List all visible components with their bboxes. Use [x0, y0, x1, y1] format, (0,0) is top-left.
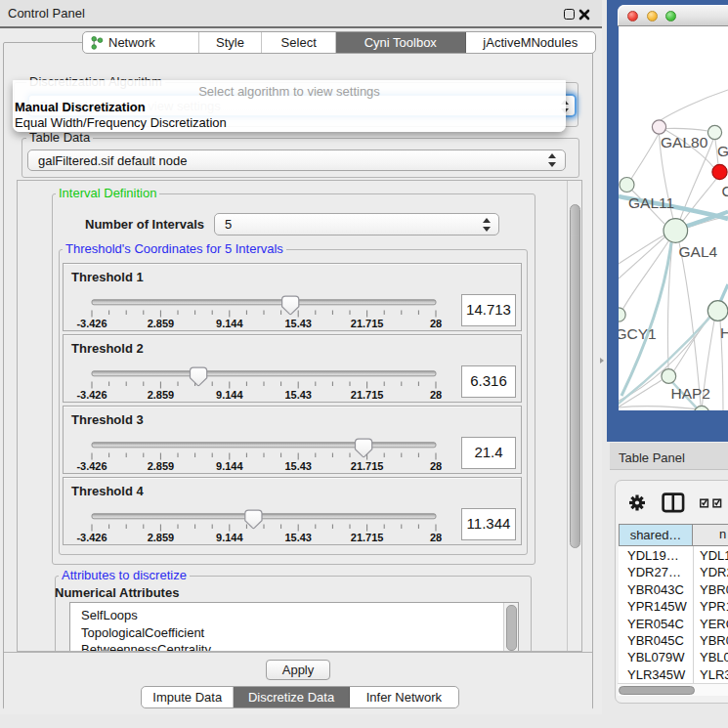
svg-text:21.715: 21.715 — [351, 532, 384, 543]
svg-text:28: 28 — [430, 532, 442, 543]
svg-text:-3.426: -3.426 — [76, 318, 107, 329]
svg-text:28: 28 — [430, 389, 442, 401]
svg-text:2.859: 2.859 — [148, 389, 175, 401]
svg-text:9.144: 9.144 — [216, 532, 243, 543]
svg-text:C: C — [722, 183, 728, 199]
svg-text:21.715: 21.715 — [351, 318, 384, 329]
svg-text:2.859: 2.859 — [148, 460, 175, 472]
svg-text:-3.426: -3.426 — [76, 389, 107, 401]
svg-text:2.859: 2.859 — [148, 318, 175, 329]
svg-text:15.43: 15.43 — [284, 389, 312, 401]
svg-text:GA: GA — [717, 143, 728, 159]
svg-text:9.144: 9.144 — [216, 460, 243, 472]
svg-text:-3.426: -3.426 — [76, 460, 107, 472]
svg-text:HAP2: HAP2 — [671, 385, 711, 402]
svg-text:28: 28 — [430, 460, 442, 472]
svg-text:15.43: 15.43 — [284, 460, 312, 472]
svg-text:21.715: 21.715 — [351, 460, 384, 472]
svg-text:GCY1: GCY1 — [619, 325, 657, 342]
svg-text:-3.426: -3.426 — [76, 532, 107, 543]
svg-text:H: H — [720, 324, 728, 341]
svg-text:GAL80: GAL80 — [661, 134, 708, 150]
svg-text:9.144: 9.144 — [216, 389, 243, 401]
svg-text:15.43: 15.43 — [284, 532, 312, 543]
svg-text:GAL11: GAL11 — [628, 194, 674, 211]
svg-text:21.715: 21.715 — [351, 389, 384, 401]
svg-text:2.859: 2.859 — [148, 532, 175, 543]
svg-text:28: 28 — [430, 318, 442, 329]
svg-text:9.144: 9.144 — [216, 318, 243, 329]
svg-text:GAL4: GAL4 — [679, 243, 718, 260]
svg-text:15.43: 15.43 — [284, 318, 312, 329]
